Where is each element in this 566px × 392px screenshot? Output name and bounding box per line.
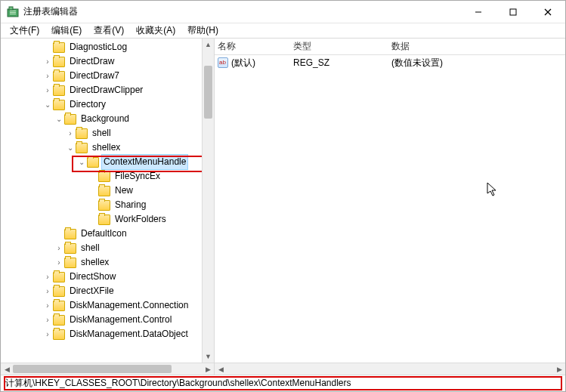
tree-node-label: FileSyncEx bbox=[113, 169, 162, 184]
folder-icon bbox=[53, 286, 65, 297]
tree-node[interactable]: FileSyncEx bbox=[1, 169, 214, 184]
tree-node-label: DirectShow bbox=[68, 270, 117, 284]
menubar: 文件(F) 编辑(E) 查看(V) 收藏夹(A) 帮助(H) bbox=[1, 23, 565, 39]
chevron-right-icon[interactable]: › bbox=[42, 270, 53, 284]
scroll-left-arrow[interactable]: ◀ bbox=[215, 363, 227, 375]
tree-node[interactable]: ›DiskManagement.Connection bbox=[1, 298, 214, 313]
scroll-thumb[interactable] bbox=[13, 365, 172, 373]
scroll-up-arrow[interactable]: ▲ bbox=[203, 39, 214, 51]
tree-node[interactable]: ›shell bbox=[1, 126, 214, 140]
tree-node-label: WorkFolders bbox=[113, 212, 168, 227]
folder-icon bbox=[64, 114, 76, 125]
folder-icon bbox=[53, 85, 65, 96]
folder-icon bbox=[87, 157, 99, 168]
menu-view[interactable]: 查看(V) bbox=[88, 23, 130, 39]
chevron-right-icon[interactable]: › bbox=[54, 255, 64, 270]
column-name[interactable]: 名称 bbox=[218, 40, 293, 53]
tree-panel: DiagnosticLog›DirectDraw›DirectDraw7›Dir… bbox=[1, 39, 215, 375]
tree-node[interactable]: ›DirectShow bbox=[1, 270, 214, 284]
tree-node[interactable]: ›shell bbox=[1, 241, 214, 255]
value-name-cell: (默认) bbox=[218, 57, 293, 69]
chevron-right-icon[interactable]: › bbox=[42, 298, 53, 313]
window-title: 注册表编辑器 bbox=[23, 5, 461, 18]
chevron-right-icon[interactable]: › bbox=[54, 241, 64, 255]
close-button[interactable] bbox=[530, 1, 565, 23]
chevron-down-icon[interactable]: ⌄ bbox=[42, 97, 53, 112]
chevron-down-icon[interactable]: ⌄ bbox=[54, 112, 64, 126]
tree-node[interactable]: ⌄ContextMenuHandle bbox=[1, 155, 214, 169]
tree-node[interactable]: DiagnosticLog bbox=[1, 40, 214, 54]
tree-node[interactable]: ›DirectDrawClipper bbox=[1, 83, 214, 97]
tree-node-label: New bbox=[113, 184, 135, 198]
values-horizontal-scrollbar[interactable]: ◀ ▶ bbox=[215, 363, 565, 375]
menu-file[interactable]: 文件(F) bbox=[4, 23, 45, 39]
chevron-right-icon[interactable]: › bbox=[42, 284, 53, 298]
tree-node[interactable]: ›DiskManagement.Control bbox=[1, 313, 214, 327]
svg-rect-3 bbox=[10, 12, 16, 13]
chevron-right-icon[interactable]: › bbox=[42, 69, 53, 83]
maximize-button[interactable] bbox=[496, 1, 530, 23]
menu-help[interactable]: 帮助(H) bbox=[181, 23, 224, 39]
chevron-right-icon[interactable]: › bbox=[42, 313, 53, 327]
scroll-right-arrow[interactable]: ▶ bbox=[553, 363, 565, 375]
tree-node[interactable]: ›DirectDraw7 bbox=[1, 69, 214, 83]
menu-favorites[interactable]: 收藏夹(A) bbox=[130, 23, 181, 39]
folder-icon bbox=[64, 258, 76, 268]
tree-node[interactable]: ›DirectDraw bbox=[1, 54, 214, 69]
tree-node[interactable]: ⌄Directory bbox=[1, 97, 214, 112]
values-panel: 名称 类型 数据 (默认) REG_SZ (数值未设置) ◀ bbox=[215, 39, 565, 375]
values-list[interactable]: (默认) REG_SZ (数值未设置) bbox=[215, 55, 565, 363]
folder-icon bbox=[98, 171, 110, 182]
tree-node-label: DirectXFile bbox=[68, 284, 116, 298]
tree-node-label: DirectDrawClipper bbox=[68, 83, 144, 97]
tree-node[interactable]: ›DirectXFile bbox=[1, 284, 214, 298]
tree-node-label: Background bbox=[79, 112, 131, 126]
folder-icon bbox=[53, 301, 65, 311]
chevron-right-icon[interactable]: › bbox=[42, 327, 53, 341]
tree-node-label: DefaultIcon bbox=[79, 227, 128, 241]
chevron-right-icon[interactable]: › bbox=[42, 54, 53, 69]
tree-node[interactable]: DefaultIcon bbox=[1, 227, 214, 241]
tree-node-label: ContextMenuHandle bbox=[102, 155, 187, 169]
column-data[interactable]: 数据 bbox=[391, 40, 565, 53]
folder-icon bbox=[53, 71, 65, 82]
tree-node[interactable]: Sharing bbox=[1, 198, 214, 212]
chevron-right-icon[interactable]: › bbox=[65, 126, 76, 140]
statusbar: 计算机\HKEY_CLASSES_ROOT\Directory\Backgrou… bbox=[1, 375, 565, 391]
chevron-down-icon[interactable]: ⌄ bbox=[65, 140, 76, 155]
scroll-down-arrow[interactable]: ▼ bbox=[203, 350, 214, 363]
folder-icon bbox=[98, 215, 110, 225]
tree-node[interactable]: ›DiskManagement.DataObject bbox=[1, 327, 214, 341]
chevron-down-icon[interactable]: ⌄ bbox=[76, 155, 87, 169]
chevron-right-icon[interactable]: › bbox=[42, 83, 53, 97]
value-row[interactable]: (默认) REG_SZ (数值未设置) bbox=[215, 55, 565, 70]
column-type[interactable]: 类型 bbox=[293, 40, 391, 53]
svg-rect-6 bbox=[510, 9, 516, 15]
window-controls bbox=[461, 1, 565, 23]
tree-node[interactable]: ›shellex bbox=[1, 255, 214, 270]
values-header: 名称 类型 数据 bbox=[215, 39, 565, 55]
tree-node[interactable]: New bbox=[1, 184, 214, 198]
minimize-button[interactable] bbox=[461, 1, 496, 23]
scroll-right-arrow[interactable]: ▶ bbox=[202, 363, 214, 375]
tree-node-label: DirectDraw7 bbox=[68, 69, 121, 83]
tree-node[interactable]: ⌄shellex bbox=[1, 140, 214, 155]
registry-tree[interactable]: DiagnosticLog›DirectDraw›DirectDraw7›Dir… bbox=[1, 39, 214, 343]
scroll-left-arrow[interactable]: ◀ bbox=[1, 363, 13, 375]
tree-node[interactable]: ⌄Background bbox=[1, 112, 214, 126]
app-icon bbox=[7, 6, 19, 18]
folder-icon bbox=[53, 100, 65, 110]
tree-node[interactable]: WorkFolders bbox=[1, 212, 214, 227]
string-value-icon bbox=[218, 57, 228, 68]
tree-horizontal-scrollbar[interactable]: ◀ ▶ bbox=[1, 363, 214, 375]
menu-edit[interactable]: 编辑(E) bbox=[45, 23, 88, 39]
folder-icon bbox=[76, 128, 88, 139]
tree-node-label: DirectDraw bbox=[68, 54, 116, 69]
folder-icon bbox=[53, 57, 65, 67]
folder-icon bbox=[98, 200, 110, 211]
tree-node-label: Sharing bbox=[113, 198, 147, 212]
tree-vertical-scrollbar[interactable]: ▲ ▼ bbox=[202, 39, 214, 363]
scroll-thumb[interactable] bbox=[204, 66, 212, 119]
tree-node-label: Directory bbox=[68, 97, 107, 112]
tree-node-label: shellex bbox=[91, 140, 122, 155]
